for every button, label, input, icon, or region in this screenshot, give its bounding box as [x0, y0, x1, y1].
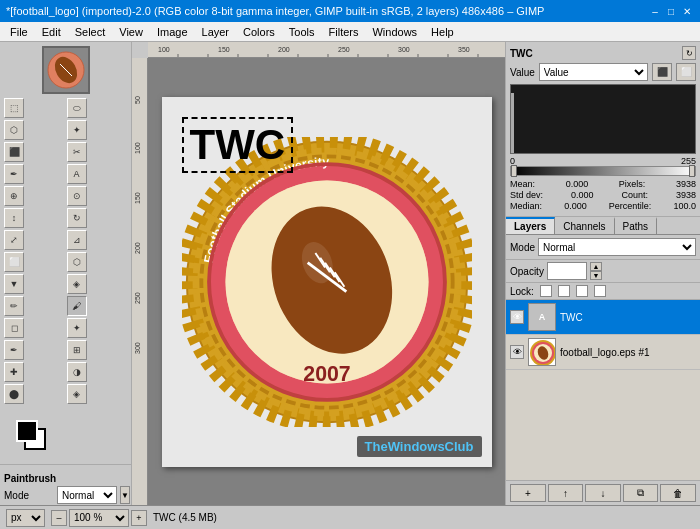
histogram-range: 0 255 [510, 156, 696, 166]
channel-label: Value [510, 67, 535, 78]
layer-eye-twc[interactable]: 👁 [510, 310, 524, 324]
maximize-button[interactable]: □ [664, 4, 678, 18]
tool-paths[interactable]: ✒ [4, 164, 24, 184]
mean-value: 0.000 [566, 179, 589, 189]
lock-pixels-checkbox[interactable] [540, 285, 552, 297]
histogram-btn2[interactable]: ⬜ [676, 63, 696, 81]
svg-text:200: 200 [134, 242, 141, 254]
duplicate-layer-button[interactable]: ⧉ [623, 484, 659, 502]
mean-label: Mean: [510, 179, 535, 189]
tool-bucket-fill[interactable]: ▼ [4, 274, 24, 294]
ruler-vertical: 50 100 150 200 250 300 [132, 58, 148, 505]
layers-opacity-label: Opacity [510, 266, 544, 277]
menu-image[interactable]: Image [151, 24, 194, 40]
median-value: 0.000 [564, 201, 587, 211]
new-layer-button[interactable]: + [510, 484, 546, 502]
layer-item-football[interactable]: 👁 football_logo.eps #1 [506, 335, 700, 370]
fg-bg-colors [8, 412, 58, 456]
tool-ink[interactable]: ✒ [4, 340, 24, 360]
channel-select[interactable]: Value Red Green Blue Alpha [539, 63, 648, 81]
tool-smudge[interactable]: ⬤ [4, 384, 24, 404]
layers-mode-select[interactable]: Normal Dissolve Multiply [538, 238, 696, 256]
menu-layer[interactable]: Layer [196, 24, 236, 40]
lock-position-checkbox[interactable] [558, 285, 570, 297]
menu-help[interactable]: Help [425, 24, 460, 40]
layers-opacity-down[interactable]: ▼ [590, 271, 602, 280]
main-container: ⬚ ⬭ ⬡ ✦ ⬛ ✂ ✒ A ⊕ ⊙ ↕ ↻ ⤢ ⊿ ⬜ ⬡ ▼ ◈ ✏ 🖌 [0, 42, 700, 505]
lock-alpha-checkbox[interactable] [576, 285, 588, 297]
histogram-btn1[interactable]: ⬛ [652, 63, 672, 81]
histogram-refresh-btn[interactable]: ↻ [682, 46, 696, 60]
tab-layers[interactable]: Layers [506, 217, 555, 234]
layers-opacity-input[interactable]: 100.0 [547, 262, 587, 280]
layer-name-football: football_logo.eps #1 [560, 347, 696, 358]
mode-dropdown-btn[interactable]: ▼ [120, 486, 130, 504]
std-dev-value: 0.000 [571, 190, 594, 200]
tool-heal[interactable]: ✚ [4, 362, 24, 382]
tool-dodge-burn[interactable]: ◑ [67, 362, 87, 382]
tool-unified-transform[interactable]: ⬡ [67, 252, 87, 272]
zoom-select[interactable]: 100 % 50 % 200 % [69, 509, 129, 527]
tool-airbrush[interactable]: ✦ [67, 318, 87, 338]
layer-eye-football[interactable]: 👁 [510, 345, 524, 359]
tool-eraser[interactable]: ◻ [4, 318, 24, 338]
tab-paths[interactable]: Paths [615, 217, 658, 234]
tool-ellipse-select[interactable]: ⬭ [67, 98, 87, 118]
raise-layer-button[interactable]: ↑ [548, 484, 584, 502]
layers-mode-label: Mode [510, 242, 535, 253]
menu-select[interactable]: Select [69, 24, 112, 40]
tool-free-select[interactable]: ⬡ [4, 120, 24, 140]
histogram-panel: TWC ↻ Value Value Red Green Blue Alpha ⬛… [506, 42, 700, 217]
layer-item-twc[interactable]: 👁 A TWC [506, 300, 700, 335]
zoom-out-button[interactable]: – [51, 510, 67, 526]
tool-convolve[interactable]: ◈ [67, 384, 87, 404]
unit-select[interactable]: px mm in [6, 509, 45, 527]
tool-pencil[interactable]: ✏ [4, 296, 24, 316]
tool-options-panel: Paintbrush Mode Normal Dissolve Multiply… [0, 467, 131, 505]
tool-fuzzy-select[interactable]: ✦ [67, 120, 87, 140]
histogram-slider-right-thumb[interactable] [689, 165, 695, 177]
lower-layer-button[interactable]: ↓ [585, 484, 621, 502]
histogram-slider-left-thumb[interactable] [511, 165, 517, 177]
mode-select[interactable]: Normal Dissolve Multiply [57, 486, 117, 504]
tool-flip[interactable]: ↕ [4, 208, 24, 228]
watermark-text2: Club [445, 439, 474, 454]
lock-all-checkbox[interactable] [594, 285, 606, 297]
menu-windows[interactable]: Windows [366, 24, 423, 40]
tab-channels[interactable]: Channels [555, 217, 614, 234]
tool-gradient[interactable]: ◈ [67, 274, 87, 294]
menu-filters[interactable]: Filters [323, 24, 365, 40]
tool-text[interactable]: A [67, 164, 87, 184]
tool-measure[interactable]: ⊕ [4, 186, 24, 206]
percentile-label: Percentile: [609, 201, 652, 211]
tool-rect-select[interactable]: ⬚ [4, 98, 24, 118]
close-button[interactable]: ✕ [680, 4, 694, 18]
layers-mode-row: Mode Normal Dissolve Multiply [506, 235, 700, 260]
tool-shear[interactable]: ⊿ [67, 230, 87, 250]
delete-layer-button[interactable]: 🗑 [660, 484, 696, 502]
menu-file[interactable]: File [4, 24, 34, 40]
canvas-area: 100 150 200 250 300 350 400 [132, 42, 505, 505]
foreground-color[interactable] [16, 420, 38, 442]
canvas-scroll[interactable]: Football Stadium University 2007 TWC The… [148, 58, 505, 505]
zoom-in-button[interactable]: + [131, 510, 147, 526]
tool-clone[interactable]: ⊞ [67, 340, 87, 360]
menu-tools[interactable]: Tools [283, 24, 321, 40]
tool-grid: ⬚ ⬭ ⬡ ✦ ⬛ ✂ ✒ A ⊕ ⊙ ↕ ↻ ⤢ ⊿ ⬜ ⬡ ▼ ◈ ✏ 🖌 [4, 98, 127, 404]
svg-text:250: 250 [134, 292, 141, 304]
tool-scale[interactable]: ⤢ [4, 230, 24, 250]
tool-paintbrush[interactable]: 🖌 [67, 296, 87, 316]
menu-colors[interactable]: Colors [237, 24, 281, 40]
histogram-title-text: TWC [510, 48, 533, 59]
tool-rotate[interactable]: ↻ [67, 208, 87, 228]
ruler-h-svg: 100 150 200 250 300 350 400 [148, 42, 505, 58]
histogram-slider[interactable] [510, 166, 696, 176]
layers-opacity-up[interactable]: ▲ [590, 262, 602, 271]
tool-zoom[interactable]: ⊙ [67, 186, 87, 206]
tool-color-select[interactable]: ⬛ [4, 142, 24, 162]
menu-view[interactable]: View [113, 24, 149, 40]
tool-perspective[interactable]: ⬜ [4, 252, 24, 272]
tool-scissors[interactable]: ✂ [67, 142, 87, 162]
minimize-button[interactable]: – [648, 4, 662, 18]
menu-edit[interactable]: Edit [36, 24, 67, 40]
